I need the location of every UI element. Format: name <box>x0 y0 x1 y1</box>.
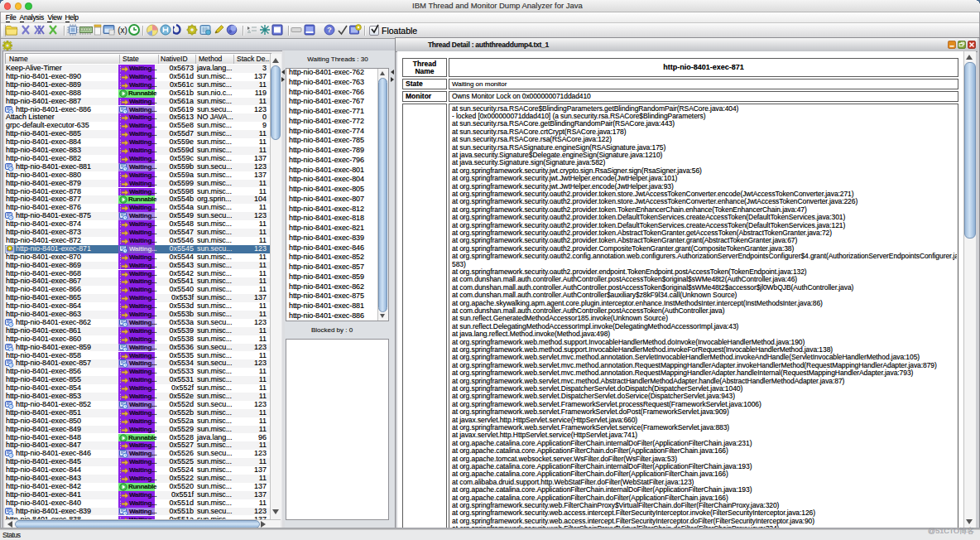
svg-text:?: ? <box>327 25 332 34</box>
